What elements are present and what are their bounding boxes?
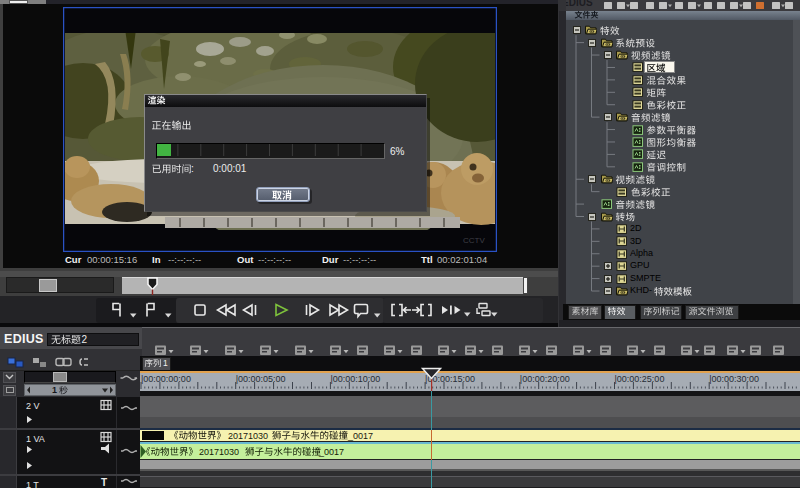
svg-text:T: T: [101, 477, 107, 488]
svg-text:CCTV: CCTV: [463, 236, 485, 245]
